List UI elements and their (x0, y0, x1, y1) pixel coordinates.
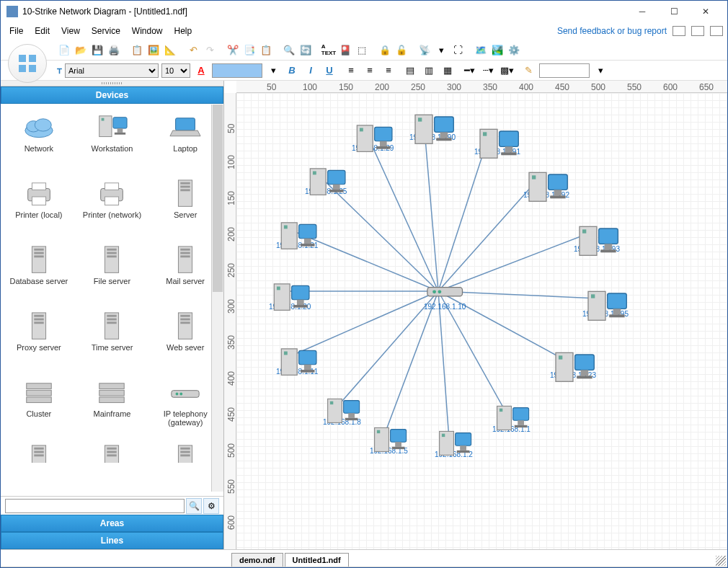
device-web-sever[interactable]: Web sever (150, 309, 221, 372)
menu-help[interactable]: Help (170, 25, 197, 37)
device-network[interactable]: Network (4, 110, 74, 173)
device-laptop[interactable]: Laptop (150, 110, 221, 173)
device-ip-telephony-gateway-[interactable]: IP telephony (gateway) (150, 375, 221, 438)
menu-file[interactable]: File (5, 25, 27, 37)
resize-grip[interactable] (716, 556, 726, 566)
tab-demo[interactable]: demo.ndf (231, 553, 283, 567)
bold-button[interactable]: B (284, 63, 300, 79)
scroll-thumb[interactable] (213, 105, 223, 292)
replace-icon[interactable]: 🔄 (298, 43, 313, 57)
node-192-168-1-223[interactable]: 192.168.1.223 (550, 349, 596, 379)
search-button[interactable]: 🔍 (186, 498, 202, 514)
node-192-168-1-20[interactable]: 192.168.1.20 (269, 280, 311, 311)
line-style[interactable]: ━▾ (461, 63, 477, 79)
app-logo[interactable] (8, 44, 47, 83)
menu-window[interactable]: Window (128, 25, 167, 37)
node-192-168-1-21[interactable]: 192.168.1.21 (276, 219, 318, 249)
save-icon[interactable]: 💾 (90, 43, 105, 57)
valign-mid[interactable]: ▥ (421, 63, 437, 79)
group-icon[interactable]: ⬚ (355, 43, 369, 57)
lines-header[interactable]: Lines (1, 532, 223, 549)
pic-icon[interactable]: 🎴 (338, 43, 352, 57)
maximize-button[interactable]: ☐ (658, 1, 690, 22)
new-icon[interactable]: 📄 (57, 43, 71, 57)
search-settings[interactable]: ⚙ (203, 498, 219, 514)
node-192-168-1-5[interactable]: 192.168.1.5 (370, 425, 408, 455)
line-color-swatch[interactable] (539, 63, 590, 78)
image-icon[interactable]: 🖼️ (146, 43, 161, 57)
scan-icon[interactable]: 📡 (417, 43, 432, 57)
align-right[interactable]: ≡ (381, 63, 396, 79)
node-192-168-1-195[interactable]: 192.168.1.195 (582, 288, 629, 318)
menu-edit[interactable]: Edit (30, 25, 54, 37)
node-192-168-1-191[interactable]: 192.168.1.191 (474, 125, 520, 156)
feedback-link[interactable]: Send feedback or bug report (557, 26, 667, 36)
redo-icon[interactable]: ↷ (203, 43, 217, 57)
menu-view[interactable]: View (57, 25, 84, 37)
underline-button[interactable]: U (321, 63, 337, 79)
font-select[interactable]: Arial (65, 63, 159, 78)
line-pattern[interactable]: ▩▾ (499, 63, 515, 79)
line-color[interactable]: ✎ (520, 63, 536, 79)
visio-icon[interactable]: 📐 (163, 43, 177, 57)
copy-icon[interactable]: 📑 (242, 43, 257, 57)
mdi-minimize[interactable] (672, 26, 685, 36)
device-printer-local-[interactable]: Printer (local) (4, 176, 74, 239)
align-left[interactable]: ≡ (343, 63, 359, 79)
lock-icon[interactable]: 🔒 (378, 43, 392, 57)
valign-top[interactable]: ▤ (402, 63, 418, 79)
text-icon[interactable]: ATEXT (321, 43, 336, 57)
unlock-icon[interactable]: 🔓 (394, 43, 409, 57)
device-printer-network-[interactable]: Printer (network) (77, 176, 148, 239)
close-button[interactable]: ✕ (690, 1, 722, 22)
line-dropdown[interactable]: ▾ (592, 63, 608, 79)
bg-icon[interactable]: 🏞️ (490, 43, 505, 57)
cut-icon[interactable]: ✂️ (226, 43, 240, 57)
dropdown-icon[interactable]: ▾ (434, 43, 448, 57)
node-192-168-1-2[interactable]: 192.168.1.2 (435, 428, 473, 458)
mdi-restore[interactable] (691, 26, 704, 36)
canvas[interactable]: 192.168.1.190192.168.1.29192.168.1.19119… (236, 93, 727, 549)
align-center[interactable]: ≡ (362, 63, 378, 79)
device-proxy-server[interactable]: Proxy server (4, 309, 74, 372)
node-192-168-1-190[interactable]: 192.168.1.190 (409, 111, 456, 141)
export-icon[interactable]: 📋 (130, 43, 144, 57)
node-192-168-1-1[interactable]: 192.168.1.1 (492, 403, 531, 433)
node-192-168-1-10[interactable]: 192.168.1.10 (424, 280, 466, 311)
device-database-server[interactable]: Database server (4, 242, 74, 306)
valign-bot[interactable]: ▦ (440, 63, 456, 79)
minimize-button[interactable]: ─ (626, 1, 658, 22)
search-input[interactable] (5, 499, 185, 513)
node-192-168-1-11[interactable]: 192.168.1.11 (276, 345, 318, 376)
mdi-close[interactable] (710, 26, 723, 36)
node-192-168-1-29[interactable]: 192.168.1.29 (352, 122, 394, 152)
node-192-168-1-8[interactable]: 192.168.1.8 (323, 396, 361, 426)
paste-icon[interactable]: 📋 (259, 43, 273, 57)
device-file-server[interactable]: File server (77, 242, 148, 306)
node-192-168-1-193[interactable]: 192.168.1.193 (574, 223, 620, 253)
devices-header[interactable]: Devices (1, 86, 223, 104)
size-select[interactable]: 10 (161, 63, 190, 78)
tab-untitled1[interactable]: Untitled1.ndf (285, 553, 349, 567)
sidebar-scrollbar[interactable] (211, 105, 223, 492)
fit-icon[interactable]: ⛶ (450, 43, 465, 57)
device-cluster[interactable]: Cluster (4, 375, 74, 438)
italic-button[interactable]: I (303, 63, 319, 79)
print-icon[interactable]: 🖨️ (107, 43, 121, 57)
areas-header[interactable]: Areas (1, 515, 223, 532)
node-192-168-1-192[interactable]: 192.168.1.192 (523, 169, 569, 199)
device-mail-server[interactable]: Mail server (150, 242, 221, 306)
device-time-server[interactable]: Time server (77, 309, 148, 372)
device-mainframe[interactable]: Mainframe (77, 375, 148, 438)
font-color[interactable]: A (193, 63, 209, 79)
settings-icon[interactable]: ⚙️ (507, 43, 521, 57)
find-icon[interactable]: 🔍 (282, 43, 296, 57)
node-192-168-1-25[interactable]: 192.168.1.25 (305, 165, 347, 195)
map-icon[interactable]: 🗺️ (474, 43, 488, 57)
fill-swatch[interactable] (212, 63, 262, 78)
fill-dropdown[interactable]: ▾ (265, 63, 281, 79)
device-server[interactable]: Server (150, 176, 221, 239)
menu-service[interactable]: Service (87, 25, 125, 37)
line-dash[interactable]: ┄▾ (480, 63, 496, 79)
open-icon[interactable]: 📂 (74, 43, 88, 57)
